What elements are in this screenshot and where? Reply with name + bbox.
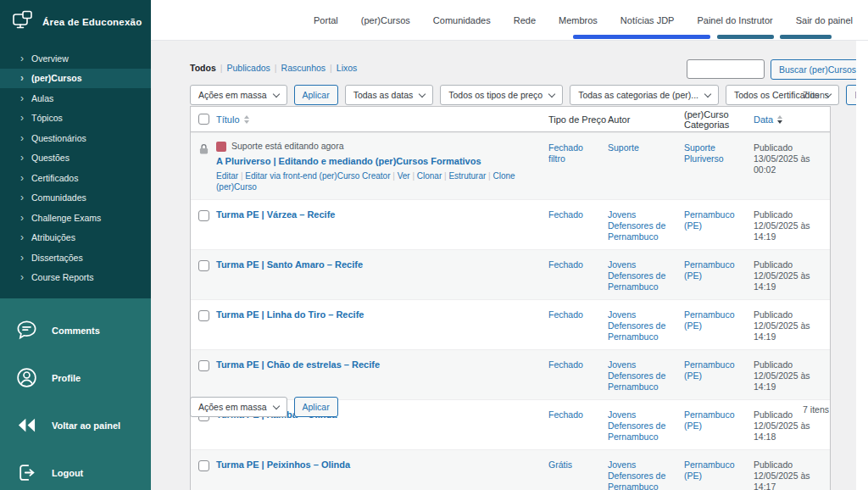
sidebar-item-aulas[interactable]: ›Aulas [0, 88, 151, 109]
sidebar-item-t-picos[interactable]: ›Tópicos [0, 109, 151, 129]
category-cell: Pernambuco (PE) [684, 400, 754, 449]
view-link-rascunhos[interactable]: Rascunhos [281, 63, 326, 73]
filter-dropdown-1[interactable]: Todos os tipos de preço [440, 85, 563, 105]
author-link[interactable]: Jovens Defensores de Pernambuco [608, 359, 665, 392]
course-title-link[interactable]: Turma PE | Peixinhos – Olinda [216, 459, 350, 470]
row-action-editar[interactable]: Editar [216, 171, 238, 181]
title-cell: Turma PE | Várzea – Recife [216, 200, 548, 249]
author-link[interactable]: Jovens Defensores de Pernambuco [608, 209, 665, 242]
apply-button-bottom[interactable]: Aplicar [294, 397, 338, 417]
filter-dropdown-0[interactable]: Todas as datas [345, 85, 434, 105]
category-link[interactable]: Suporte Pluriverso [684, 142, 724, 164]
course-title-link[interactable]: Turma PE | Linha do Tiro – Recife [216, 309, 364, 320]
search-input[interactable] [687, 59, 765, 79]
price-cell: Fechado [548, 250, 608, 299]
price-link[interactable]: Fechado [548, 359, 601, 370]
course-title-link[interactable]: Turma PE | Chão de estrelas – Recife [216, 359, 380, 370]
filter-dropdown-2[interactable]: Todas as categorias de (per)... [570, 85, 719, 105]
price-link[interactable]: filtro [548, 153, 601, 164]
date-cell: Publicado12/05/2025 às 14:17 [754, 450, 830, 490]
author-link[interactable]: Jovens Defensores de Pernambuco [608, 259, 665, 292]
bulk-actions-select[interactable]: Ações em massa [190, 85, 287, 105]
chevron-right-icon: › [20, 233, 24, 242]
row-checkbox[interactable] [198, 360, 209, 371]
author-link[interactable]: Jovens Defensores de Pernambuco [608, 409, 665, 442]
column-header-categorias: (per)Curso Categorias [684, 109, 754, 130]
column-header-titulo[interactable]: Título [216, 114, 548, 125]
sidebar-item-course-reports[interactable]: ›Course Reports [0, 268, 151, 288]
sidebar-item-question-rios[interactable]: ›Questionários [0, 128, 151, 148]
price-link[interactable]: Fechado [548, 309, 601, 320]
sidebar-item-atribui-es[interactable]: ›Atribuições [0, 228, 151, 248]
author-link[interactable]: Jovens Defensores de Pernambuco [608, 309, 665, 342]
status-view-links: Todos|Publicados|Rascunhos|Lixos [190, 63, 357, 73]
filter-dropdown-1-label: Todos os tipos de preço [448, 90, 542, 100]
row-checkbox[interactable] [198, 460, 209, 471]
topnav-item-painel-do-instrutor[interactable]: Painel do Instrutor [697, 15, 772, 25]
sidebar-footer-item-logout[interactable]: Logout [0, 449, 151, 490]
bulk-actions-select-bottom[interactable]: Ações em massa [190, 397, 287, 417]
category-cell: Pernambuco (PE) [684, 300, 754, 349]
topnav-item-portal[interactable]: Portal [314, 15, 338, 25]
sidebar-item--per-cursos[interactable]: ›(per)Cursos [0, 69, 151, 89]
sidebar-item-challenge-exams[interactable]: ›Challenge Exams [0, 208, 151, 228]
category-link[interactable]: Pernambuco (PE) [684, 359, 735, 381]
author-link[interactable]: Jovens Defensores de Pernambuco [608, 459, 665, 490]
price-link[interactable]: Grátis [548, 459, 601, 471]
topnav-item-comunidades[interactable]: Comunidades [433, 15, 491, 25]
price-cell: Fechadofiltro [548, 133, 608, 199]
course-title-link[interactable]: Turma PE | Santo Amaro – Recife [216, 259, 363, 270]
category-link[interactable]: Pernambuco (PE) [684, 459, 735, 481]
category-link[interactable]: Pernambuco (PE) [684, 209, 735, 231]
app-logo[interactable]: Área de Educonexão [12, 10, 142, 34]
sidebar-item-disserta-es[interactable]: ›Dissertações [0, 248, 151, 268]
editor-avatar [216, 142, 226, 152]
topnav-item-rede[interactable]: Rede [514, 15, 536, 25]
sidebar-footer-item-voltar-ao-painel[interactable]: Voltar ao painel [0, 402, 151, 449]
category-cell: Pernambuco (PE) [684, 450, 754, 490]
row-action-ver[interactable]: Ver [398, 171, 410, 181]
category-link[interactable]: Pernambuco (PE) [684, 409, 735, 431]
row-checkbox[interactable] [198, 210, 209, 221]
select-all-cell [191, 114, 216, 125]
category-link[interactable]: Pernambuco (PE) [684, 309, 735, 331]
price-cell: Fechado [548, 300, 608, 349]
view-link-todos[interactable]: Todos [190, 63, 216, 73]
scrollbar-track[interactable] [856, 41, 868, 490]
price-link[interactable]: Fechado [548, 409, 601, 420]
sidebar-item-certificados[interactable]: ›Certificados [0, 168, 151, 188]
sidebar-footer-item-profile[interactable]: Profile [0, 354, 151, 402]
sidebar-item-quest-es[interactable]: ›Questões [0, 148, 151, 169]
topnav-item-sair-do-painel[interactable]: Sair do painel [796, 15, 853, 25]
topnav-item-membros[interactable]: Membros [559, 15, 598, 25]
price-link[interactable]: Fechado [548, 142, 601, 153]
items-count-bottom: 7 itens [803, 404, 829, 415]
row-action-estruturar[interactable]: Estruturar [448, 171, 486, 181]
search-courses-button[interactable]: Buscar (per)Cursos [771, 59, 865, 80]
row-action-editar-via-front-end-per-curso-creator[interactable]: Editar via front-end (per)Curso Creator [245, 171, 390, 181]
view-link-publicados[interactable]: Publicados [226, 63, 270, 73]
course-title-link[interactable]: A Pluriverso | Editando e mediando (per)… [216, 156, 481, 166]
row-checkbox[interactable] [198, 260, 209, 271]
sidebar-item-label: Challenge Exams [31, 213, 101, 223]
sidebar-footer-item-comments[interactable]: Comments [0, 307, 151, 354]
course-title-link[interactable]: Turma PE | Várzea – Recife [216, 209, 335, 220]
column-header-data[interactable]: Data [754, 114, 830, 125]
apply-button[interactable]: Aplicar [294, 85, 338, 105]
sidebar-item-label: Overview [31, 53, 69, 64]
topnav-item--per-cursos[interactable]: (per)Cursos [361, 15, 410, 25]
select-all-checkbox[interactable] [198, 114, 209, 125]
sidebar-item-comunidades[interactable]: ›Comunidades [0, 188, 151, 209]
category-cell: Pernambuco (PE) [684, 250, 754, 299]
topnav-item-not-cias-jdp[interactable]: Notícias JDP [620, 15, 675, 25]
category-link[interactable]: Pernambuco (PE) [684, 259, 735, 281]
price-link[interactable]: Fechado [548, 259, 601, 270]
row-checkbox[interactable] [198, 310, 209, 321]
publish-status: Publicado [754, 259, 823, 270]
author-link[interactable]: Suporte [608, 142, 639, 153]
price-link[interactable]: Fechado [548, 209, 601, 220]
view-link-lixos[interactable]: Lixos [337, 63, 358, 73]
row-action-clonar[interactable]: Clonar [417, 171, 442, 181]
sidebar-item-overview[interactable]: ›Overview [0, 48, 151, 69]
chevron-right-icon: › [20, 214, 24, 222]
